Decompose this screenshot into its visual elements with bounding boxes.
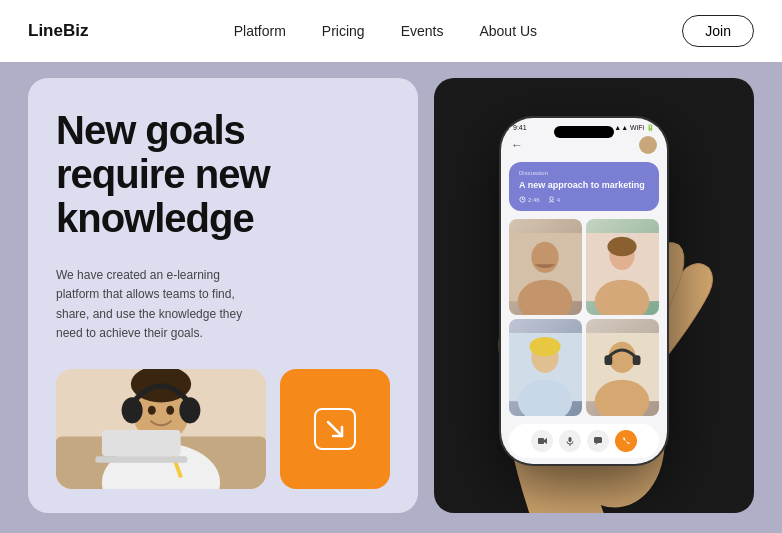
video-cell-3 — [509, 319, 582, 415]
person-photo — [56, 369, 266, 489]
arrow-icon — [314, 408, 356, 450]
orange-card[interactable] — [280, 369, 390, 489]
phone-scene: 9:41 ▲▲ WiFi 🔋 ← Discussion A new approa… — [434, 78, 754, 513]
join-button[interactable]: Join — [682, 15, 754, 47]
meta-time: 2:46 — [519, 196, 540, 203]
people-icon — [548, 196, 555, 203]
left-panel: New goals require new knowledge We have … — [28, 78, 418, 513]
nav-about[interactable]: About Us — [479, 23, 537, 39]
svg-point-18 — [549, 197, 553, 201]
svg-point-20 — [531, 242, 558, 273]
nav-platform[interactable]: Platform — [234, 23, 286, 39]
svg-rect-39 — [594, 437, 602, 443]
chat-icon — [593, 436, 603, 446]
mic-icon — [565, 436, 575, 446]
svg-point-7 — [179, 397, 200, 423]
svg-rect-12 — [102, 430, 181, 456]
phone-screen: 9:41 ▲▲ WiFi 🔋 ← Discussion A new approa… — [501, 118, 667, 464]
discussion-card: Discussion A new approach to marketing 2… — [509, 162, 659, 212]
svg-rect-11 — [95, 456, 187, 463]
discussion-title: A new approach to marketing — [519, 180, 649, 191]
svg-point-25 — [607, 237, 636, 256]
phone-bottom-bar — [509, 424, 659, 458]
svg-line-13 — [328, 422, 342, 436]
person-illustration — [56, 369, 266, 489]
nav-links: Platform Pricing Events About Us — [234, 22, 537, 40]
phone-notch — [554, 126, 614, 138]
svg-point-29 — [529, 337, 560, 356]
video-cell-4 — [586, 319, 659, 415]
video-cell-1 — [509, 219, 582, 315]
svg-marker-36 — [544, 438, 547, 444]
call-button[interactable] — [615, 430, 637, 452]
clock-icon — [519, 196, 526, 203]
svg-rect-34 — [633, 356, 641, 366]
bottom-row — [56, 369, 390, 489]
nav-pricing[interactable]: Pricing — [322, 23, 365, 39]
time-display: 9:41 — [513, 124, 527, 131]
hero-heading: New goals require new knowledge — [56, 108, 390, 240]
svg-rect-37 — [569, 437, 572, 442]
chat-button[interactable] — [587, 430, 609, 452]
photo-card — [56, 369, 266, 489]
logo: LineBiz — [28, 21, 88, 41]
svg-point-6 — [122, 397, 143, 423]
diagonal-arrow-icon — [323, 417, 347, 441]
svg-point-9 — [166, 406, 174, 415]
right-panel: 9:41 ▲▲ WiFi 🔋 ← Discussion A new approa… — [434, 78, 754, 513]
video-grid — [509, 219, 659, 415]
video-button[interactable] — [531, 430, 553, 452]
meta-people: 4 — [548, 196, 560, 203]
mic-button[interactable] — [559, 430, 581, 452]
svg-point-31 — [608, 342, 635, 373]
video-icon — [537, 436, 547, 446]
user-avatar — [639, 136, 657, 154]
discussion-label: Discussion — [519, 170, 649, 176]
svg-point-8 — [148, 406, 156, 415]
hero-card: New goals require new knowledge We have … — [28, 78, 418, 513]
navbar: LineBiz Platform Pricing Events About Us… — [0, 0, 782, 62]
discussion-meta: 2:46 4 — [519, 196, 649, 203]
signal-display: ▲▲ WiFi 🔋 — [614, 124, 655, 132]
svg-rect-35 — [538, 438, 544, 444]
back-button[interactable]: ← — [511, 138, 523, 152]
hero-description: We have created an e-learning platform t… — [56, 266, 256, 343]
phone-icon — [621, 436, 631, 446]
svg-rect-33 — [604, 356, 612, 366]
video-cell-2 — [586, 219, 659, 315]
phone-mockup: 9:41 ▲▲ WiFi 🔋 ← Discussion A new approa… — [499, 116, 669, 466]
nav-events[interactable]: Events — [401, 23, 444, 39]
main-content: New goals require new knowledge We have … — [0, 62, 782, 533]
